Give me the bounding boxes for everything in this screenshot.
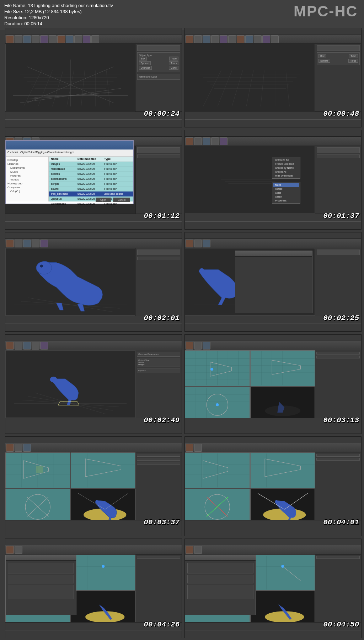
filename-value: 13 Lighting and shading our simulation.f… bbox=[28, 3, 113, 8]
svg-line-32 bbox=[286, 70, 289, 106]
thumbnail-11[interactable]: 00:04:26 bbox=[5, 539, 182, 638]
timestamp: 00:00:24 bbox=[144, 110, 180, 118]
context-submenu[interactable]: Move Rotate Scale Select Properties bbox=[272, 182, 300, 204]
filesize-value: 12,2 MB (12 834 138 bytes) bbox=[25, 9, 81, 14]
menubar bbox=[5, 28, 182, 35]
viewport-trex[interactable] bbox=[5, 248, 135, 316]
viewport-3d[interactable] bbox=[5, 44, 135, 111]
quad-viewport[interactable] bbox=[185, 350, 315, 418]
statusbar bbox=[5, 119, 182, 127]
open-button[interactable]: Open bbox=[96, 198, 111, 202]
context-menu[interactable]: Unfreeze All Freeze Selection Unhide by … bbox=[272, 157, 300, 179]
selected-file[interactable]: trex_sim.max8/6/2013 2:053ds Max scene bbox=[49, 192, 133, 196]
svg-line-103 bbox=[283, 566, 300, 581]
thumbnail-5[interactable]: 00:02:01 bbox=[5, 232, 182, 332]
svg-rect-75 bbox=[36, 466, 43, 473]
folder-tree[interactable]: Desktop Libraries Documents Music Pictur… bbox=[6, 157, 49, 201]
settings-dialog-2[interactable] bbox=[185, 555, 256, 615]
svg-point-40 bbox=[40, 265, 43, 268]
file-dialog[interactable]: C:\Users\...\Digital-Tutors\Rigging a Ch… bbox=[5, 140, 134, 204]
svg-point-104 bbox=[265, 611, 304, 623]
render-dialog[interactable] bbox=[235, 251, 312, 313]
svg-point-46 bbox=[50, 377, 57, 382]
cancel-button[interactable]: Cancel bbox=[113, 198, 130, 202]
svg-point-99 bbox=[85, 611, 124, 623]
svg-point-98 bbox=[102, 565, 105, 568]
svg-point-56 bbox=[210, 368, 213, 371]
thumbnail-7[interactable]: Common Parameters Output SizeWidth:Heigh… bbox=[5, 334, 182, 434]
thumbnail-2[interactable]: BoxTubeSphereTorus 00:00:48 bbox=[184, 28, 362, 127]
svg-line-83 bbox=[105, 493, 128, 509]
thumbnail-12[interactable]: 00:04:50 bbox=[184, 539, 362, 638]
settings-dialog[interactable] bbox=[5, 555, 76, 615]
thumbnail-9[interactable]: 00:03:37 bbox=[5, 436, 182, 536]
thumbnail-1[interactable]: Object Type BoxTube SphereTorus Cylinder… bbox=[5, 28, 182, 127]
thumbnail-10[interactable]: 00:04:01 bbox=[184, 436, 362, 536]
app-watermark: MPC-HC bbox=[294, 3, 358, 20]
thumbnail-8[interactable]: 00:03:13 bbox=[184, 334, 362, 434]
render-settings-panel[interactable]: Common Parameters Output SizeWidth:Heigh… bbox=[135, 350, 182, 418]
file-list[interactable]: NameDate modifiedType images8/6/2013 2:0… bbox=[49, 157, 133, 201]
svg-line-19 bbox=[106, 70, 110, 106]
thumbnail-grid: Object Type BoxTube SphereTorus Cylinder… bbox=[5, 28, 362, 638]
thumbnail-6[interactable]: 00:02:25 bbox=[184, 232, 362, 332]
toolbar bbox=[5, 35, 182, 44]
thumbnail-4[interactable]: Unfreeze All Freeze Selection Unhide by … bbox=[184, 130, 362, 230]
svg-point-39 bbox=[36, 262, 52, 274]
duration-value: 00:05:14 bbox=[24, 21, 42, 26]
thumbnail-3[interactable]: C:\Users\...\Digital-Tutors\Rigging a Ch… bbox=[5, 130, 182, 230]
svg-line-95 bbox=[284, 493, 307, 509]
command-panel[interactable]: Object Type BoxTube SphereTorus Cylinder… bbox=[135, 44, 182, 111]
resolution-value: 1280x720 bbox=[29, 15, 49, 20]
svg-point-68 bbox=[216, 403, 219, 406]
